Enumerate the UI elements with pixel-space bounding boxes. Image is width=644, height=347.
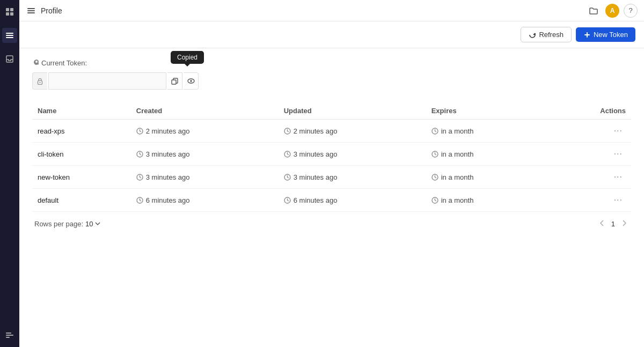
- folder-icon[interactable]: [586, 3, 601, 18]
- col-created: Created: [131, 102, 279, 120]
- svg-rect-3: [10, 12, 13, 16]
- token-actions: ···: [547, 166, 631, 189]
- svg-rect-11: [27, 8, 35, 9]
- page-navigation: 1: [597, 218, 629, 229]
- token-input[interactable]: ••••••••••••••••••••••••••••••••••••••••…: [48, 72, 166, 90]
- key-icon: [32, 60, 39, 67]
- svg-rect-6: [6, 37, 13, 38]
- show-token-button[interactable]: [184, 72, 199, 90]
- page-title: Profile: [41, 6, 62, 15]
- rows-per-page-container: Rows per page: 10: [34, 220, 101, 228]
- token-name: cli-token: [32, 143, 131, 166]
- table-row: default 6 minutes ago 6 minutes ago in a…: [32, 189, 631, 212]
- svg-rect-10: [6, 337, 10, 338]
- svg-rect-5: [6, 35, 13, 36]
- sidebar: [0, 0, 19, 347]
- new-token-button[interactable]: New Token: [576, 27, 635, 42]
- token-actions: ···: [547, 120, 631, 143]
- tokens-table: Name Created Updated Expires Actions rea…: [32, 102, 631, 212]
- svg-rect-8: [6, 333, 11, 334]
- copy-token-button[interactable]: [167, 72, 182, 90]
- content-area: Current Token: •••••••••••••••••••••••••…: [19, 48, 644, 347]
- current-page-number: 1: [611, 220, 615, 228]
- refresh-icon: [529, 31, 536, 39]
- help-button[interactable]: ?: [624, 4, 638, 18]
- actions-menu-button[interactable]: ···: [611, 125, 626, 137]
- inbox-icon[interactable]: [2, 51, 17, 67]
- actions-menu-button[interactable]: ···: [611, 194, 626, 206]
- col-updated: Updated: [279, 102, 426, 120]
- copied-tooltip: Copied: [171, 51, 204, 64]
- topbar-menu-icon[interactable]: [26, 5, 36, 16]
- token-name: new-token: [32, 166, 131, 189]
- token-created: 6 minutes ago: [131, 189, 279, 212]
- svg-rect-7: [6, 56, 13, 62]
- token-updated: 3 minutes ago: [279, 143, 426, 166]
- apps-icon[interactable]: [2, 4, 17, 19]
- prev-page-button[interactable]: [597, 218, 607, 229]
- refresh-button[interactable]: Refresh: [521, 27, 572, 42]
- chevron-down-icon: [94, 220, 101, 227]
- table-row: read-xps 2 minutes ago 2 minutes ago in …: [32, 120, 631, 143]
- token-expires: in a month: [426, 166, 548, 189]
- token-updated: 2 minutes ago: [279, 120, 426, 143]
- svg-point-17: [40, 82, 41, 83]
- main-area: Profile A ? Refresh New Token Current To…: [19, 0, 644, 347]
- col-expires: Expires: [426, 102, 548, 120]
- actions-menu-button[interactable]: ···: [611, 171, 626, 183]
- token-created: 2 minutes ago: [131, 120, 279, 143]
- svg-rect-0: [6, 8, 9, 11]
- table-row: cli-token 3 minutes ago 3 minutes ago in…: [32, 143, 631, 166]
- token-expires: in a month: [426, 120, 548, 143]
- svg-rect-12: [27, 10, 35, 11]
- current-token-label: Current Token:: [32, 59, 631, 67]
- token-created: 3 minutes ago: [131, 166, 279, 189]
- plus-icon: [583, 31, 591, 39]
- toolbar: Refresh New Token: [19, 21, 644, 48]
- col-name: Name: [32, 102, 131, 120]
- svg-rect-9: [6, 335, 13, 336]
- menu-icon[interactable]: [2, 28, 17, 43]
- svg-rect-13: [27, 12, 35, 13]
- col-actions: Actions: [547, 102, 631, 120]
- svg-rect-4: [6, 33, 13, 34]
- token-actions: ···: [547, 143, 631, 166]
- topbar: Profile A ?: [19, 0, 644, 21]
- token-name: default: [32, 189, 131, 212]
- table-row: new-token 3 minutes ago 3 minutes ago in…: [32, 166, 631, 189]
- token-name: read-xps: [32, 120, 131, 143]
- pagination: Rows per page: 10 1: [32, 212, 631, 231]
- token-updated: 3 minutes ago: [279, 166, 426, 189]
- svg-rect-18: [172, 80, 176, 84]
- svg-rect-1: [10, 8, 13, 11]
- bottom-menu-icon[interactable]: [2, 328, 17, 343]
- lock-icon: [32, 72, 47, 90]
- rows-per-page-label: Rows per page:: [34, 220, 83, 228]
- token-expires: in a month: [426, 189, 548, 212]
- svg-rect-15: [584, 34, 590, 35]
- avatar[interactable]: A: [605, 4, 619, 18]
- next-page-button[interactable]: [619, 218, 629, 229]
- rows-per-page-value: 10: [85, 220, 93, 228]
- token-actions: ···: [547, 189, 631, 212]
- rows-per-page-select[interactable]: 10: [85, 220, 100, 228]
- token-created: 3 minutes ago: [131, 143, 279, 166]
- token-field-container: ••••••••••••••••••••••••••••••••••••••••…: [32, 72, 631, 90]
- token-expires: in a month: [426, 143, 548, 166]
- token-updated: 6 minutes ago: [279, 189, 426, 212]
- svg-point-20: [190, 80, 192, 82]
- actions-menu-button[interactable]: ···: [611, 148, 626, 160]
- svg-rect-2: [6, 12, 9, 16]
